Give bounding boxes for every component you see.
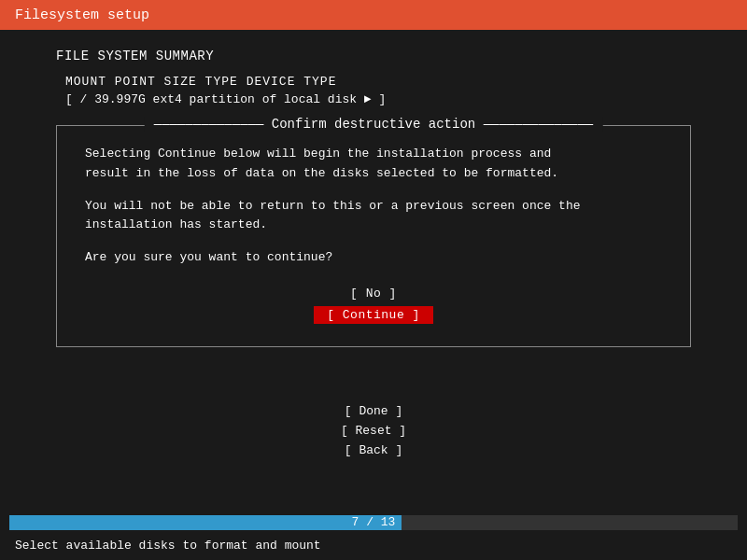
- done-button[interactable]: [ Done ]: [337, 403, 410, 419]
- dialog-line4: installation has started.: [85, 217, 267, 231]
- dialog-title-dashes-right: ——————————————: [484, 117, 594, 132]
- bottom-buttons: [ Done ] [ Reset ] [ Back ]: [56, 403, 691, 458]
- dialog-line2: result in the loss of data on the disks …: [85, 166, 558, 180]
- fs-table-header: MOUNT POINT SIZE TYPE DEVICE TYPE: [65, 75, 691, 89]
- dialog-title-text: Confirm destructive action: [272, 117, 484, 132]
- reset-button[interactable]: [ Reset ]: [333, 423, 414, 439]
- progress-bar-area: 7 / 13: [0, 515, 747, 530]
- dialog-buttons: [ No ] [ Continue ]: [85, 285, 662, 324]
- status-text: Select available disks to format and mou…: [15, 539, 321, 553]
- dialog-line3: You will not be able to return to this o…: [85, 199, 581, 213]
- status-bar: Select available disks to format and mou…: [0, 530, 747, 560]
- progress-fill: [9, 515, 402, 530]
- dialog-line1: Selecting Continue below will begin the …: [85, 147, 551, 161]
- main-content: FILE SYSTEM SUMMARY MOUNT POINT SIZE TYP…: [0, 30, 747, 458]
- title-bar-label: Filesystem setup: [15, 7, 149, 23]
- dialog-body: Selecting Continue below will begin the …: [85, 145, 662, 268]
- fs-summary-title: FILE SYSTEM SUMMARY: [56, 49, 691, 63]
- progress-label: 7 / 13: [352, 515, 396, 530]
- title-bar: Filesystem setup: [0, 0, 747, 30]
- fs-table-row: [ / 39.997G ext4 partition of local disk…: [65, 92, 691, 106]
- no-button[interactable]: [ No ]: [341, 285, 406, 302]
- back-button[interactable]: [ Back ]: [337, 442, 410, 458]
- fs-table: MOUNT POINT SIZE TYPE DEVICE TYPE [ / 39…: [65, 75, 691, 106]
- dialog-title: —————————————— Confirm destructive actio…: [145, 117, 603, 132]
- dialog-line5: Are you sure you want to continue?: [85, 250, 332, 264]
- continue-button[interactable]: [ Continue ]: [314, 306, 433, 324]
- dialog-title-dashes-left: ——————————————: [154, 117, 264, 132]
- progress-track: 7 / 13: [9, 515, 738, 530]
- confirm-dialog: —————————————— Confirm destructive actio…: [56, 125, 691, 347]
